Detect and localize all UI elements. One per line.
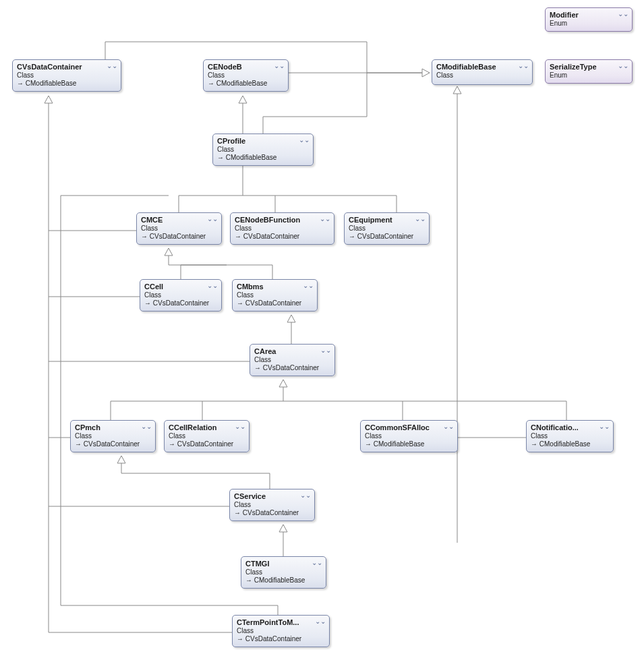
enum-title: Modifier	[550, 11, 628, 19]
class-kind: Class	[234, 501, 310, 508]
class-title: CModifiableBase	[436, 63, 528, 71]
class-box-cservice[interactable]: ⌄⌄ CService Class → CVsDataContainer	[229, 489, 315, 521]
class-title: CTermPointToM...	[237, 618, 325, 626]
chevron-down-icon[interactable]: ⌄⌄	[415, 216, 426, 222]
class-box-cmodifiablebase[interactable]: ⌄⌄ CModifiableBase Class	[432, 59, 533, 85]
class-inherit: → CVsDataContainer	[349, 233, 425, 240]
class-box-carea[interactable]: ⌄⌄ CArea Class → CVsDataContainer	[250, 344, 335, 376]
class-kind: Class	[208, 71, 284, 79]
class-title: CService	[234, 492, 310, 500]
class-box-cenodebfunction[interactable]: ⌄⌄ CENodeBFunction Class → CVsDataContai…	[230, 212, 334, 245]
class-inherit: → CVsDataContainer	[144, 299, 217, 307]
class-inherit: → CVsDataContainer	[254, 364, 330, 371]
class-box-cvsdatacontainer[interactable]: ⌄⌄ CVsDataContainer Class → CModifiableB…	[12, 59, 121, 92]
chevron-down-icon[interactable]: ⌄⌄	[618, 11, 628, 18]
class-title: CCellRelation	[169, 423, 245, 431]
class-title: CNotificatio...	[531, 423, 609, 431]
chevron-down-icon[interactable]: ⌄⌄	[235, 423, 245, 430]
chevron-down-icon[interactable]: ⌄⌄	[320, 216, 330, 222]
class-inherit: → CVsDataContainer	[234, 509, 310, 516]
class-title: CVsDataContainer	[17, 63, 117, 71]
class-kind: Class	[169, 432, 245, 440]
class-kind: Class	[235, 225, 330, 232]
chevron-down-icon[interactable]: ⌄⌄	[312, 560, 322, 566]
class-title: CPmch	[75, 423, 151, 431]
class-title: CArea	[254, 347, 330, 355]
class-kind: Class	[217, 146, 309, 153]
chevron-down-icon[interactable]: ⌄⌄	[315, 618, 326, 625]
class-inherit: → CModifiableBase	[17, 80, 117, 87]
enum-box-modifier[interactable]: ⌄⌄ Modifier Enum	[545, 7, 633, 32]
enum-kind: Enum	[550, 20, 628, 27]
chevron-down-icon[interactable]: ⌄⌄	[274, 63, 285, 69]
chevron-down-icon[interactable]: ⌄⌄	[618, 63, 628, 69]
chevron-down-icon[interactable]: ⌄⌄	[207, 282, 218, 289]
class-box-cequipment[interactable]: ⌄⌄ CEquipment Class → CVsDataContainer	[344, 212, 430, 245]
class-box-cenodeb[interactable]: ⌄⌄ CENodeB Class → CModifiableBase	[203, 59, 289, 92]
class-kind: Class	[349, 225, 425, 232]
class-title: CMCE	[141, 216, 217, 224]
class-title: CCommonSFAlloc	[365, 423, 453, 431]
class-inherit: → CVsDataContainer	[237, 635, 325, 643]
class-box-ctermpointtom[interactable]: ⌄⌄ CTermPointToM... Class → CVsDataConta…	[232, 615, 330, 647]
class-inherit: → CModifiableBase	[208, 80, 284, 87]
class-title: CENodeB	[208, 63, 284, 71]
class-inherit: → CModifiableBase	[531, 440, 609, 448]
chevron-down-icon[interactable]: ⌄⌄	[107, 63, 117, 69]
class-title: CProfile	[217, 137, 309, 145]
class-inherit: → CModifiableBase	[365, 440, 453, 448]
chevron-down-icon[interactable]: ⌄⌄	[299, 137, 310, 144]
class-inherit: → CModifiableBase	[217, 154, 309, 161]
class-box-cmce[interactable]: ⌄⌄ CMCE Class → CVsDataContainer	[136, 212, 222, 245]
chevron-down-icon[interactable]: ⌄⌄	[443, 423, 454, 430]
chevron-down-icon[interactable]: ⌄⌄	[518, 63, 529, 69]
chevron-down-icon[interactable]: ⌄⌄	[303, 282, 314, 289]
class-kind: Class	[144, 291, 217, 299]
chevron-down-icon[interactable]: ⌄⌄	[141, 423, 152, 430]
chevron-down-icon[interactable]: ⌄⌄	[599, 423, 610, 430]
class-kind: Class	[237, 627, 325, 634]
class-box-cprofile[interactable]: ⌄⌄ CProfile Class → CModifiableBase	[212, 133, 314, 166]
enum-kind: Enum	[550, 71, 628, 79]
enum-title: SerializeType	[550, 63, 628, 71]
class-kind: Class	[254, 356, 330, 363]
class-kind: Class	[365, 432, 453, 440]
chevron-down-icon[interactable]: ⌄⌄	[300, 492, 311, 499]
enum-box-serializetype[interactable]: ⌄⌄ SerializeType Enum	[545, 59, 633, 84]
class-kind: Class	[237, 291, 313, 299]
class-kind: Class	[436, 71, 528, 79]
chevron-down-icon[interactable]: ⌄⌄	[320, 347, 331, 354]
class-inherit: → CModifiableBase	[245, 576, 322, 584]
class-box-cpmch[interactable]: ⌄⌄ CPmch Class → CVsDataContainer	[70, 420, 156, 452]
class-box-cmbms[interactable]: ⌄⌄ CMbms Class → CVsDataContainer	[232, 279, 318, 311]
class-box-cnotification[interactable]: ⌄⌄ CNotificatio... Class → CModifiableBa…	[526, 420, 614, 452]
class-kind: Class	[141, 225, 217, 232]
class-title: CCell	[144, 282, 217, 291]
class-kind: Class	[245, 568, 322, 576]
class-inherit: → CVsDataContainer	[141, 233, 217, 240]
class-title: CEquipment	[349, 216, 425, 224]
class-inherit: → CVsDataContainer	[169, 440, 245, 448]
class-box-ccommonsfalloc[interactable]: ⌄⌄ CCommonSFAlloc Class → CModifiableBas…	[360, 420, 458, 452]
class-kind: Class	[17, 71, 117, 79]
chevron-down-icon[interactable]: ⌄⌄	[207, 216, 218, 222]
class-title: CTMGI	[245, 560, 322, 568]
class-title: CENodeBFunction	[235, 216, 330, 224]
class-inherit: → CVsDataContainer	[237, 299, 313, 307]
class-title: CMbms	[237, 282, 313, 291]
class-box-ctmgi[interactable]: ⌄⌄ CTMGI Class → CModifiableBase	[241, 556, 326, 589]
class-inherit: → CVsDataContainer	[75, 440, 151, 448]
class-kind: Class	[531, 432, 609, 440]
class-inherit: → CVsDataContainer	[235, 233, 330, 240]
class-box-ccell[interactable]: ⌄⌄ CCell Class → CVsDataContainer	[140, 279, 222, 311]
class-kind: Class	[75, 432, 151, 440]
class-box-ccellrelation[interactable]: ⌄⌄ CCellRelation Class → CVsDataContaine…	[164, 420, 250, 452]
